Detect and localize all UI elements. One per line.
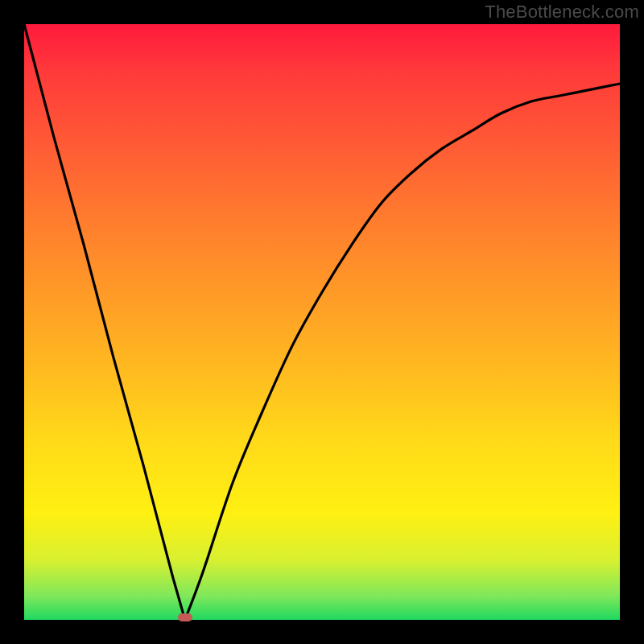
curve-path: [24, 24, 620, 620]
watermark-text: TheBottleneck.com: [485, 2, 639, 23]
plot-area: [24, 24, 620, 620]
minimum-marker: [178, 613, 192, 621]
bottleneck-curve: [24, 24, 620, 620]
chart-frame: TheBottleneck.com: [0, 0, 644, 644]
